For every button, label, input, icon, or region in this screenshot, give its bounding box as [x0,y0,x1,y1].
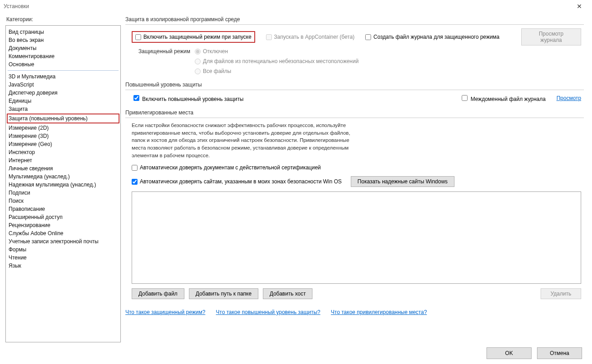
show-trusted-sites-button[interactable]: Показать надежные сайты Windows [351,176,454,187]
category-item[interactable]: Диспетчер доверия [8,89,119,97]
category-list[interactable]: Вид страницыВо весь экранДокументыКоммен… [5,25,121,342]
category-item[interactable]: 3D и Мультимедиа [8,73,119,81]
category-item[interactable]: Инспектор [8,148,119,156]
categories-label: Категории: [5,16,121,23]
enable-protected-mode-checkbox[interactable]: Включить защищенный режим при запуске [132,31,255,43]
trust-cert-label: Автоматически доверять документам с дейс… [140,164,321,171]
enable-protected-mode-label: Включить защищенный режим при запуске [143,34,252,40]
trust-zones-label: Автоматически доверять сайтам, указанным… [140,178,342,185]
crossdomain-log-label: Междоменный файл журнала [471,96,546,102]
help-links: Что такое защищенный режим? Что такое по… [125,309,584,315]
enable-enhanced-label: Включить повышенный уровень защиты [142,96,243,102]
divider [125,118,584,118]
category-item[interactable]: Формы [8,246,119,254]
privileged-info-text: Если настройки безопасности снижают эффе… [132,122,357,159]
content-area: Категории: Вид страницыВо весь экранДоку… [0,13,592,342]
appcontainer-label: Запускать в AppContainer (бета) [274,34,355,40]
category-item[interactable]: Мультимедиа (унаслед.) [8,173,119,181]
main-panel: Защита в изолированной программной среде… [125,16,587,342]
category-divider [8,70,119,71]
dialog-footer: OK Отмена [0,342,592,364]
appcontainer-checkbox: Запускать в AppContainer (бета) [266,34,355,40]
enable-enhanced-checkbox[interactable]: Включить повышенный уровень защиты [132,94,243,102]
category-item[interactable]: Надежная мультимедиа (унаслед.) [8,181,119,189]
category-item[interactable]: Расширенный доступ [8,213,119,221]
crossdomain-log-checkbox[interactable]: Междоменный файл журнала [460,94,546,102]
view-log-button[interactable]: Просмотр журнала [521,28,581,46]
protected-mode-all-radio: Все файлы [195,68,358,74]
category-item[interactable]: Измерение (3D) [8,132,119,140]
category-item[interactable]: Чтение [8,254,119,262]
remove-button[interactable]: Удалить [541,288,581,299]
ok-button[interactable]: OK [486,347,532,359]
category-item[interactable]: Комментирование [8,52,119,60]
titlebar: Установки ✕ [0,0,592,13]
category-item[interactable]: Документы [8,44,119,52]
view-crossdomain-link[interactable]: Просмотр [556,95,581,101]
divider [125,90,584,90]
protected-mode-label: Защищенный режим [132,48,195,55]
trust-cert-checkbox[interactable]: Автоматически доверять документам с дейс… [132,164,321,171]
category-item[interactable]: Измерение (Geo) [8,140,119,148]
category-item-selected[interactable]: Защита (повышенный уровень) [7,114,119,123]
privileged-locations-listbox[interactable] [132,191,581,284]
category-item[interactable]: Защита [8,105,119,113]
category-item[interactable]: Язык [8,262,119,270]
preferences-window: Установки ✕ Категории: Вид страницыВо ве… [0,0,592,364]
sidebar: Категории: Вид страницыВо весь экранДоку… [5,16,121,342]
category-item[interactable]: Подписи [8,189,119,197]
protected-mode-off-radio: Отключен [195,48,358,55]
create-log-checkbox[interactable]: Создать файл журнала для защищенного реж… [365,34,499,40]
help-enhanced-link[interactable]: Что такое повышенный уровень защиты? [216,309,321,315]
category-item[interactable]: Измерение (2D) [8,124,119,132]
category-item[interactable]: Основные [8,60,119,68]
close-icon[interactable]: ✕ [570,3,588,10]
category-item[interactable]: Правописание [8,205,119,213]
help-privileged-link[interactable]: Что такое привилегированные места? [331,309,427,315]
category-item[interactable]: Интернет [8,156,119,164]
category-item[interactable]: Поиск [8,197,119,205]
help-protected-mode-link[interactable]: Что такое защищенный режим? [125,309,205,315]
create-log-label: Создать файл журнала для защищенного реж… [373,34,499,40]
category-item[interactable]: Во весь экран [8,36,119,44]
privileged-heading: Привилегированные места [125,109,584,118]
category-item[interactable]: Вид страницы [8,28,119,36]
protected-mode-unsafe-radio: Для файлов из потенциально небезопасных … [195,58,358,64]
add-folder-button[interactable]: Добавить путь к папке [189,288,258,299]
enhanced-heading: Повышенный уровень защиты [125,82,584,90]
cancel-button[interactable]: Отмена [537,347,582,359]
add-file-button[interactable]: Добавить файл [132,288,184,299]
window-title: Установки [4,3,570,9]
add-host-button[interactable]: Добавить хост [263,288,312,299]
category-item[interactable]: JavaScript [8,81,119,89]
sandbox-heading: Защита в изолированной программной среде [125,16,584,24]
category-item[interactable]: Личные сведения [8,164,119,173]
category-item[interactable]: Службы Adobe Online [8,229,119,237]
trust-zones-checkbox[interactable]: Автоматически доверять сайтам, указанным… [132,178,342,185]
category-item[interactable]: Единицы [8,97,119,105]
category-item[interactable]: Рецензирование [8,221,119,229]
divider [125,24,584,25]
category-item[interactable]: Учетные записи электронной почты [8,237,119,246]
